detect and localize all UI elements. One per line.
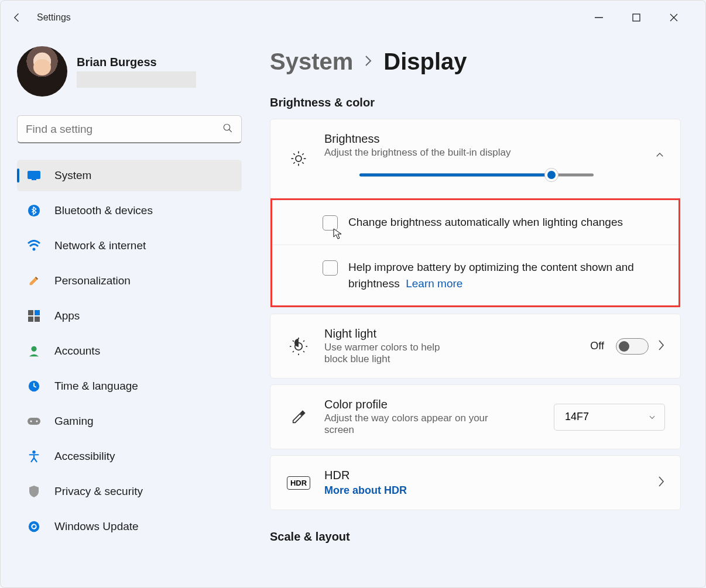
section-scale-layout: Scale & layout xyxy=(270,530,681,544)
avatar xyxy=(17,46,67,97)
display-icon xyxy=(26,168,42,183)
battery-optimize-checkbox[interactable] xyxy=(323,260,338,276)
cursor-icon xyxy=(333,228,342,240)
nav-label: Privacy & security xyxy=(54,485,143,498)
chevron-right-icon[interactable] xyxy=(657,475,665,490)
nav-item-accounts[interactable]: Accounts xyxy=(17,335,242,367)
brightness-card: Brightness Adjust the brightness of the … xyxy=(270,119,681,308)
titlebar: Settings xyxy=(1,1,705,35)
window-controls xyxy=(586,8,701,27)
wifi-icon xyxy=(26,238,42,253)
nav-label: Accessibility xyxy=(54,450,115,463)
svg-point-18 xyxy=(296,156,301,161)
apps-icon xyxy=(26,308,42,324)
app-title: Settings xyxy=(37,12,71,23)
collapse-button[interactable] xyxy=(654,150,665,163)
brightness-sub: Adjust the brightness of the built-in di… xyxy=(324,147,642,159)
hdr-icon: HDR xyxy=(286,476,311,490)
nav-label: Bluetooth & devices xyxy=(54,204,153,217)
maximize-button[interactable] xyxy=(623,8,649,27)
nav-label: Network & internet xyxy=(54,239,146,252)
nav-label: Windows Update xyxy=(54,520,139,533)
svg-rect-4 xyxy=(32,179,36,180)
nav-item-apps[interactable]: Apps xyxy=(17,300,242,332)
chevron-down-icon xyxy=(648,413,656,421)
hdr-title: HDR xyxy=(324,469,644,482)
nav-label: Apps xyxy=(54,310,80,322)
shield-icon xyxy=(26,484,42,499)
breadcrumb-current: Display xyxy=(383,49,467,75)
svg-rect-3 xyxy=(28,171,40,179)
account-email-redacted xyxy=(77,71,196,88)
breadcrumb: System Display xyxy=(270,49,681,75)
svg-point-16 xyxy=(32,451,36,454)
search-box[interactable] xyxy=(17,115,242,143)
nav-label: System xyxy=(54,169,91,182)
nav-label: Gaming xyxy=(54,415,94,428)
paintbrush-icon xyxy=(26,273,42,288)
svg-rect-13 xyxy=(28,418,40,425)
close-button[interactable] xyxy=(661,8,687,27)
night-light-toggle[interactable] xyxy=(616,338,649,355)
section-brightness-color: Brightness & color xyxy=(270,96,681,109)
brightness-slider[interactable] xyxy=(359,167,594,183)
svg-point-17 xyxy=(29,521,39,532)
account-block[interactable]: Brian Burgess xyxy=(17,46,242,97)
auto-brightness-row: Change brightness automatically when lig… xyxy=(272,200,678,245)
content: System Display Brightness & color Bright… xyxy=(258,35,705,587)
night-light-card[interactable]: Night light Use warmer colors to help bl… xyxy=(270,314,681,379)
auto-brightness-label: Change brightness automatically when lig… xyxy=(348,214,623,231)
breadcrumb-parent[interactable]: System xyxy=(270,49,353,75)
search-icon xyxy=(222,123,233,136)
nav-item-personalization[interactable]: Personalization xyxy=(17,265,242,297)
svg-rect-7 xyxy=(28,310,33,315)
night-light-title: Night light xyxy=(324,327,577,341)
color-profile-sub: Adjust the way colors appear on your scr… xyxy=(324,412,512,436)
svg-point-6 xyxy=(33,248,36,251)
svg-point-14 xyxy=(30,421,32,422)
chevron-right-icon xyxy=(364,54,373,70)
hdr-more-link[interactable]: More about HDR xyxy=(324,484,644,497)
color-profile-card: Color profile Adjust the way colors appe… xyxy=(270,384,681,449)
brightness-title: Brightness xyxy=(324,132,642,146)
color-profile-value: 14F7 xyxy=(565,411,589,423)
accessibility-icon xyxy=(26,449,42,464)
clock-globe-icon xyxy=(26,379,42,394)
color-profile-title: Color profile xyxy=(324,398,541,411)
nav-item-bluetooth[interactable]: Bluetooth & devices xyxy=(17,195,242,226)
highlighted-region: Change brightness automatically when lig… xyxy=(270,198,680,307)
slider-thumb[interactable] xyxy=(544,168,558,182)
nav-item-system[interactable]: System xyxy=(17,160,242,191)
svg-rect-9 xyxy=(28,317,33,322)
minimize-button[interactable] xyxy=(586,8,612,27)
svg-point-11 xyxy=(31,346,36,352)
back-button[interactable] xyxy=(5,6,29,29)
color-profile-dropdown[interactable]: 14F7 xyxy=(554,404,665,431)
update-icon xyxy=(26,519,42,534)
nav-label: Personalization xyxy=(54,274,131,287)
nav-item-windows-update[interactable]: Windows Update xyxy=(17,511,242,542)
night-light-state: Off xyxy=(590,340,604,352)
battery-optimize-label: Help improve battery by optimizing the c… xyxy=(348,259,663,291)
svg-rect-1 xyxy=(633,14,640,21)
nav-label: Time & language xyxy=(54,380,138,393)
gamepad-icon xyxy=(26,414,42,429)
svg-rect-10 xyxy=(35,317,40,322)
bluetooth-icon xyxy=(26,203,42,218)
hdr-card[interactable]: HDR HDR More about HDR xyxy=(270,455,681,510)
nav-item-time-language[interactable]: Time & language xyxy=(17,370,242,402)
person-icon xyxy=(26,343,42,359)
nav-item-network[interactable]: Network & internet xyxy=(17,230,242,262)
nav-item-privacy[interactable]: Privacy & security xyxy=(17,476,242,507)
night-light-icon xyxy=(286,338,311,355)
search-input[interactable] xyxy=(26,123,222,136)
battery-optimize-row: Help improve battery by optimizing the c… xyxy=(272,245,678,305)
learn-more-link[interactable]: Learn more xyxy=(406,277,462,290)
nav-item-accessibility[interactable]: Accessibility xyxy=(17,441,242,472)
svg-point-2 xyxy=(224,124,230,130)
nav-item-gaming[interactable]: Gaming xyxy=(17,405,242,437)
svg-point-15 xyxy=(36,421,38,422)
chevron-right-icon[interactable] xyxy=(657,339,665,354)
sidebar: Brian Burgess System Bluetooth & devices xyxy=(1,35,258,587)
night-light-sub: Use warmer colors to help block blue lig… xyxy=(324,342,465,365)
